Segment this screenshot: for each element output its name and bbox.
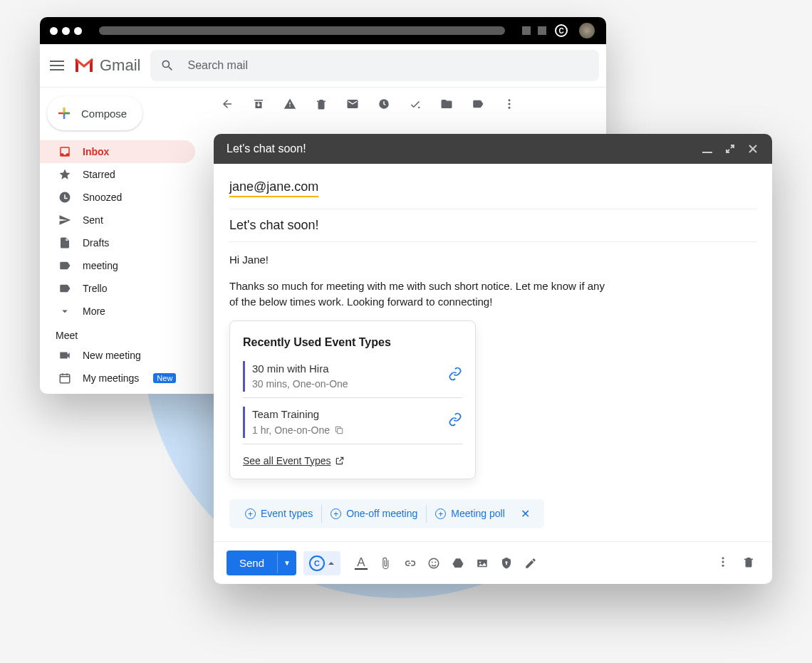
sidebar-item-label: Trello: [83, 283, 108, 294]
sidebar-item-new-meeting[interactable]: New meeting: [40, 344, 195, 367]
svg-rect-7: [338, 429, 343, 434]
svg-point-5: [509, 107, 511, 109]
window-maximize-dot[interactable]: [74, 27, 82, 35]
new-badge: New: [153, 373, 176, 383]
see-all-event-types-link[interactable]: See all Event Types: [243, 454, 345, 469]
chip-event-types[interactable]: +Event types: [236, 505, 322, 523]
move-icon[interactable]: [440, 98, 453, 110]
profile-avatar[interactable]: [578, 21, 596, 40]
drive-icon[interactable]: [452, 557, 464, 570]
compose-titlebar[interactable]: Let's chat soon!: [214, 134, 772, 164]
calendar-icon: [58, 372, 71, 385]
event-type-item[interactable]: Team Training 1 hr, One-on-One: [243, 407, 462, 438]
spam-icon[interactable]: [283, 98, 296, 110]
svg-point-14: [722, 557, 724, 559]
send-options-dropdown[interactable]: ▼: [277, 553, 296, 573]
svg-point-13: [505, 561, 507, 563]
calendly-extension-icon[interactable]: C: [555, 24, 568, 37]
snooze-icon[interactable]: [378, 98, 390, 110]
archive-icon[interactable]: [252, 98, 265, 110]
sidebar-item-drafts[interactable]: Drafts: [40, 231, 195, 254]
gmail-header: Gmail Search mail: [40, 44, 606, 88]
image-icon[interactable]: [476, 557, 489, 570]
chip-close-icon[interactable]: ✕: [514, 506, 537, 523]
add-task-icon[interactable]: [409, 98, 422, 110]
menu-icon[interactable]: [50, 61, 64, 71]
calendly-toggle[interactable]: C: [303, 551, 340, 575]
sidebar-item-label: New meeting: [83, 350, 141, 361]
svg-point-9: [432, 561, 433, 563]
event-detail: 1 hr, One-on-One: [252, 423, 330, 438]
send-button[interactable]: Send ▼: [227, 550, 296, 575]
plus-circle-icon: +: [245, 508, 256, 519]
window-close-dot[interactable]: [50, 27, 58, 35]
extension-icon[interactable]: [522, 26, 531, 35]
chip-one-off-meeting[interactable]: +One-off meeting: [322, 505, 427, 523]
url-bar[interactable]: [99, 26, 505, 35]
back-icon[interactable]: [221, 98, 234, 110]
star-icon: [58, 168, 71, 181]
compose-button[interactable]: Compose: [47, 96, 142, 130]
chip-meeting-poll[interactable]: +Meeting poll: [427, 505, 514, 523]
search-icon: [160, 58, 175, 73]
sidebar-item-snoozed[interactable]: Snoozed: [40, 186, 195, 209]
sidebar-item-meeting[interactable]: meeting: [40, 254, 195, 277]
chevron-down-icon: [58, 305, 71, 318]
formatting-icon[interactable]: A: [355, 557, 368, 570]
minimize-icon[interactable]: [701, 142, 714, 155]
svg-rect-6: [702, 152, 712, 153]
more-icon[interactable]: [503, 98, 516, 110]
calendly-event-card: Recently Used Event Types 30 min with Hi…: [229, 320, 476, 480]
sidebar-item-label: More: [83, 306, 105, 317]
search-placeholder: Search mail: [187, 59, 247, 72]
label-icon: [58, 282, 71, 295]
copy-link-icon[interactable]: [448, 407, 462, 432]
window-minimize-dot[interactable]: [62, 27, 70, 35]
svg-point-16: [722, 564, 724, 566]
copy-link-icon[interactable]: [448, 361, 462, 386]
attach-icon[interactable]: [379, 557, 392, 570]
event-card-title: Recently Used Event Types: [243, 334, 462, 351]
inbox-icon: [58, 145, 71, 158]
discard-icon[interactable]: [742, 555, 755, 571]
label-icon: [58, 259, 71, 272]
fullscreen-icon[interactable]: [724, 142, 736, 155]
sidebar-item-inbox[interactable]: Inbox: [40, 140, 195, 163]
mark-unread-icon[interactable]: [346, 98, 359, 110]
chevron-up-icon: [328, 560, 335, 567]
sidebar-item-my-meetings[interactable]: My meetings New: [40, 367, 195, 390]
compose-body[interactable]: Hi Jane! Thanks so much for meeting with…: [229, 242, 756, 528]
sidebar: Compose Inbox Starred Snoozed Sent Draft…: [40, 88, 204, 394]
search-input[interactable]: Search mail: [150, 50, 599, 81]
calendly-action-chips: +Event types +One-off meeting +Meeting p…: [229, 499, 544, 528]
sidebar-item-label: Drafts: [83, 237, 109, 249]
more-options-icon[interactable]: [717, 555, 729, 571]
meet-section-label: Meet: [40, 323, 204, 344]
sidebar-item-starred[interactable]: Starred: [40, 163, 195, 186]
svg-rect-1: [60, 375, 70, 383]
file-icon: [58, 236, 71, 249]
sidebar-item-label: meeting: [83, 260, 118, 271]
send-icon: [58, 214, 71, 226]
extension-icon[interactable]: [538, 26, 546, 35]
sidebar-item-sent[interactable]: Sent: [40, 209, 195, 231]
sidebar-item-label: Inbox: [83, 146, 109, 157]
browser-titlebar: C: [40, 17, 606, 44]
sidebar-item-more[interactable]: More: [40, 300, 195, 323]
subject-field[interactable]: Let's chat soon!: [229, 218, 319, 232]
emoji-icon[interactable]: [427, 557, 440, 570]
link-icon[interactable]: [403, 557, 416, 570]
pen-icon[interactable]: [524, 557, 537, 570]
compose-title: Let's chat soon!: [227, 142, 691, 155]
svg-point-3: [509, 99, 511, 101]
event-type-item[interactable]: 30 min with Hira 30 mins, One-on-One: [243, 361, 462, 392]
svg-point-4: [509, 103, 511, 105]
greeting-text: Hi Jane!: [229, 252, 614, 268]
to-field[interactable]: jane@jane.com: [229, 179, 318, 197]
close-icon[interactable]: [746, 142, 759, 155]
confidential-icon[interactable]: [500, 557, 513, 570]
sidebar-item-trello[interactable]: Trello: [40, 277, 195, 300]
sidebar-item-label: Starred: [83, 169, 115, 180]
delete-icon[interactable]: [315, 98, 328, 110]
labels-icon[interactable]: [472, 98, 484, 110]
